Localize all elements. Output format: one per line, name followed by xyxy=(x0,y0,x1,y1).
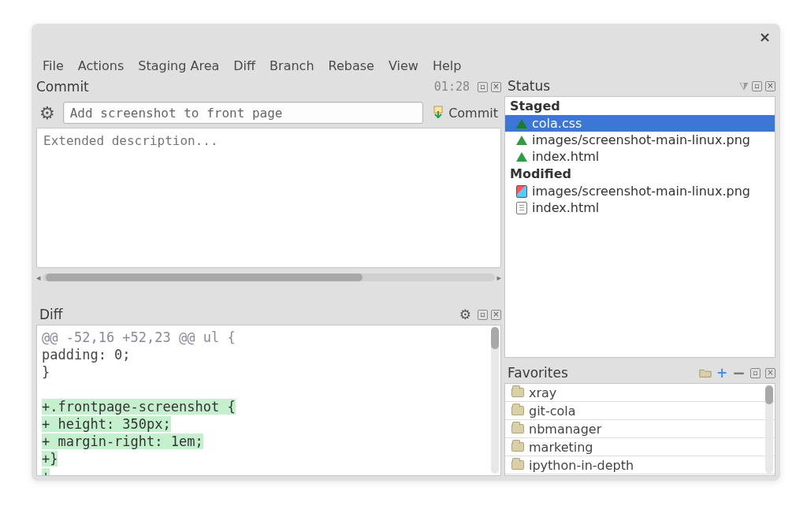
commit-icon xyxy=(431,106,445,120)
text-file-icon xyxy=(516,202,527,214)
restore-icon[interactable]: ▫ xyxy=(752,81,762,91)
commit-button[interactable]: Commit xyxy=(428,106,501,121)
menu-diff[interactable]: Diff xyxy=(233,58,255,73)
commit-summary-input[interactable] xyxy=(63,102,423,124)
modified-heading: Modified xyxy=(505,165,775,183)
add-icon[interactable]: + xyxy=(716,365,727,381)
diff-add-line: +} xyxy=(42,450,496,467)
commit-panel-title: Commit xyxy=(36,79,89,95)
vertical-scrollbar[interactable] xyxy=(491,327,499,474)
folder-icon xyxy=(511,406,524,415)
restore-icon[interactable]: ▫ xyxy=(478,310,488,320)
favorite-item[interactable]: ipython xyxy=(505,474,775,476)
diff-add-line: +.frontpage-screenshot { xyxy=(42,398,496,415)
menu-help[interactable]: Help xyxy=(433,58,461,73)
staged-icon xyxy=(516,136,527,145)
file-name: cola.css xyxy=(532,116,582,131)
menu-branch[interactable]: Branch xyxy=(270,58,314,73)
close-panel-icon[interactable]: × xyxy=(765,81,775,91)
favorites-list[interactable]: xray git-cola nbmanager marketing ipytho… xyxy=(504,383,775,476)
close-icon[interactable]: × xyxy=(759,28,771,45)
menu-staging-area[interactable]: Staging Area xyxy=(138,58,219,73)
file-name: images/screenshot-main-linux.png xyxy=(532,132,750,147)
filter-icon[interactable]: ⧩ xyxy=(739,80,749,93)
close-panel-icon[interactable]: × xyxy=(491,310,501,320)
git-cola-window: × File Actions Staging Area Diff Branch … xyxy=(32,24,780,481)
modified-file[interactable]: index.html xyxy=(505,199,775,216)
staged-heading: Staged xyxy=(505,97,775,115)
file-name: index.html xyxy=(532,200,599,215)
gear-icon[interactable]: ⚙ xyxy=(36,103,58,123)
gear-icon[interactable]: ⚙ xyxy=(456,307,474,322)
diff-add-line: + height: 350px; xyxy=(42,415,496,433)
remove-icon[interactable]: − xyxy=(732,363,746,382)
status-tree[interactable]: Staged cola.css images/screenshot-main-l… xyxy=(504,96,775,358)
favorite-name: ipython xyxy=(529,476,576,477)
favorite-item[interactable]: ipython-in-depth xyxy=(505,456,775,474)
favorites-panel-title: Favorites xyxy=(504,365,571,381)
vertical-scrollbar[interactable] xyxy=(765,385,773,474)
menu-rebase[interactable]: Rebase xyxy=(329,58,374,73)
favorite-name: xray xyxy=(529,385,556,400)
commit-panel: Commit 01:28 ▫ × ⚙ Commit ◂ ▸ xyxy=(36,77,501,312)
diff-hunk-header: @@ -52,16 +52,23 @@ ul { xyxy=(42,329,496,346)
menu-actions[interactable]: Actions xyxy=(78,58,124,73)
commit-time: 01:28 xyxy=(434,80,470,94)
favorite-item[interactable]: git-cola xyxy=(505,402,775,420)
folder-icon xyxy=(511,442,524,452)
image-file-icon xyxy=(516,185,527,198)
staged-file[interactable]: cola.css xyxy=(505,115,775,132)
favorite-name: nbmanager xyxy=(529,422,601,437)
staged-file[interactable]: images/screenshot-main-linux.png xyxy=(505,132,775,148)
menu-view[interactable]: View xyxy=(389,58,418,73)
commit-button-label: Commit xyxy=(448,106,498,121)
folder-icon xyxy=(511,388,524,397)
open-folder-icon[interactable] xyxy=(699,367,712,378)
diff-view[interactable]: @@ -52,16 +52,23 @@ ul { padding: 0; } +… xyxy=(36,325,501,476)
modified-file[interactable]: images/screenshot-main-linux.png xyxy=(505,183,775,199)
diff-context-line: padding: 0; xyxy=(42,346,496,363)
folder-icon xyxy=(511,424,524,433)
menubar: File Actions Staging Area Diff Branch Re… xyxy=(32,54,780,77)
commit-description-input[interactable] xyxy=(36,128,501,268)
restore-icon[interactable]: ▫ xyxy=(478,82,488,92)
favorite-name: marketing xyxy=(529,440,593,455)
diff-blank-line xyxy=(42,381,496,398)
close-panel-icon[interactable]: × xyxy=(765,368,775,378)
favorite-name: ipython-in-depth xyxy=(529,458,634,473)
favorite-name: git-cola xyxy=(529,404,575,419)
favorite-item[interactable]: xray xyxy=(505,384,775,402)
menu-file[interactable]: File xyxy=(43,58,64,73)
file-name: images/screenshot-main-linux.png xyxy=(532,184,750,199)
diff-context-line: } xyxy=(42,363,496,381)
status-panel-title: Status xyxy=(504,78,553,94)
file-name: index.html xyxy=(532,149,599,164)
horizontal-scrollbar[interactable]: ◂ ▸ xyxy=(36,272,501,283)
diff-panel: Diff ⚙ ▫ × @@ -52,16 +52,23 @@ ul { padd… xyxy=(36,306,501,478)
favorite-item[interactable]: nbmanager xyxy=(505,420,775,438)
staged-file[interactable]: index.html xyxy=(505,148,775,165)
staged-icon xyxy=(516,152,527,162)
close-panel-icon[interactable]: × xyxy=(491,82,501,92)
staged-icon xyxy=(516,119,527,128)
favorite-item[interactable]: marketing xyxy=(505,438,775,456)
favorites-panel: Favorites + − ▫ × xray git-cola nbmanage… xyxy=(504,364,775,478)
folder-icon xyxy=(511,460,524,470)
diff-add-line: + margin-right: 1em; xyxy=(42,433,496,450)
restore-icon[interactable]: ▫ xyxy=(750,368,761,378)
status-panel: Status ⧩ ▫ × Staged cola.css images/scre… xyxy=(504,77,775,361)
diff-panel-title: Diff xyxy=(36,307,66,322)
diff-add-line: + xyxy=(42,467,496,476)
